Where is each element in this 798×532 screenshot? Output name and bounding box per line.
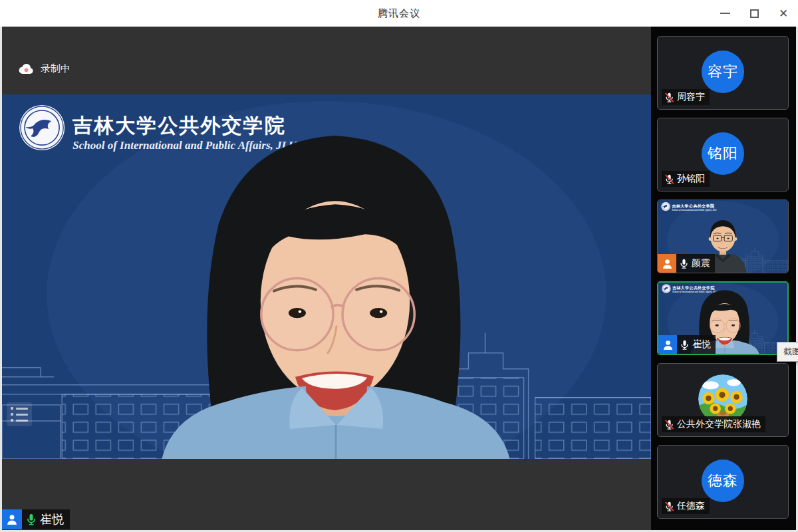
participant-name: 公共外交学院张淑艳 bbox=[677, 418, 761, 430]
mic-on-icon bbox=[679, 339, 690, 350]
cloud-recording-icon bbox=[19, 63, 35, 75]
meeting-window: 腾讯会议 ✕ 录制中 bbox=[0, 0, 798, 532]
participant-name: 周容宇 bbox=[677, 91, 705, 103]
window-controls: ✕ bbox=[710, 0, 798, 27]
list-icon bbox=[7, 402, 32, 426]
recording-indicator: 录制中 bbox=[19, 63, 70, 75]
main-speaker-name-bar: 崔悦 bbox=[2, 509, 70, 529]
avatar: 德森 bbox=[702, 460, 744, 502]
avatar: 铭阳 bbox=[702, 132, 744, 175]
mic-muted-icon bbox=[664, 92, 675, 103]
mic-on-icon bbox=[25, 513, 38, 526]
host-role-indicator bbox=[658, 254, 676, 273]
participant-name: 孙铭阳 bbox=[677, 173, 705, 185]
participants-sidebar: 容宇 周容宇 铭阳 孙铭阳 bbox=[651, 27, 796, 530]
main-speaker-name: 崔悦 bbox=[40, 511, 64, 527]
avatar: 容宇 bbox=[702, 51, 744, 93]
participant-name: 任德森 bbox=[677, 500, 705, 512]
meeting-content: 录制中 崔悦 bbox=[0, 27, 798, 532]
mic-muted-icon bbox=[664, 419, 675, 430]
close-button[interactable]: ✕ bbox=[769, 0, 798, 27]
mic-muted-icon bbox=[664, 174, 675, 185]
member-role-indicator bbox=[658, 335, 677, 354]
minimize-button[interactable] bbox=[710, 0, 739, 27]
mic-muted-icon bbox=[664, 501, 675, 512]
screenshot-tooltip: 截图 bbox=[777, 342, 798, 362]
speaker-video bbox=[2, 94, 651, 459]
maximize-button[interactable] bbox=[739, 0, 769, 27]
maximize-icon bbox=[750, 9, 759, 18]
person-icon bbox=[5, 513, 19, 526]
person-icon bbox=[662, 338, 674, 351]
recording-label: 录制中 bbox=[41, 63, 70, 75]
participant-tile-rendesen[interactable]: 德森 任德森 bbox=[657, 445, 789, 519]
participant-tile-zhourongyu[interactable]: 容宇 周容宇 bbox=[657, 36, 789, 110]
participant-tile-yanzhen[interactable]: 颜震 bbox=[657, 200, 789, 273]
person-icon bbox=[661, 257, 674, 270]
minimize-icon bbox=[720, 13, 730, 14]
participant-name: 崔悦 bbox=[692, 338, 711, 350]
main-video-feed bbox=[2, 94, 651, 459]
participant-tile-zhangshuyan[interactable]: 公共外交学院张淑艳 bbox=[657, 363, 789, 437]
participant-tile-sunmingyang[interactable]: 铭阳 孙铭阳 bbox=[657, 118, 789, 192]
titlebar: 腾讯会议 ✕ bbox=[0, 0, 798, 27]
mic-on-icon bbox=[678, 258, 690, 269]
close-icon: ✕ bbox=[779, 8, 788, 19]
participant-tile-cuiyue[interactable]: 崔悦 bbox=[657, 281, 789, 355]
window-title: 腾讯会议 bbox=[378, 7, 420, 20]
main-stage: 录制中 崔悦 bbox=[2, 27, 651, 530]
participant-name: 颜震 bbox=[692, 257, 710, 269]
member-role-indicator bbox=[2, 509, 22, 529]
